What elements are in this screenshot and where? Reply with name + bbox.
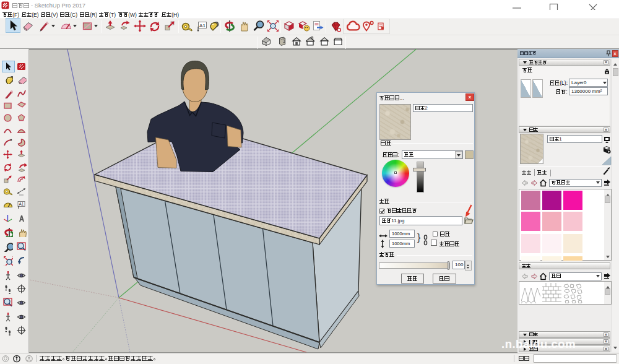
svg-text:A1: A1 [19,202,24,206]
svg-text:A1: A1 [199,23,206,28]
